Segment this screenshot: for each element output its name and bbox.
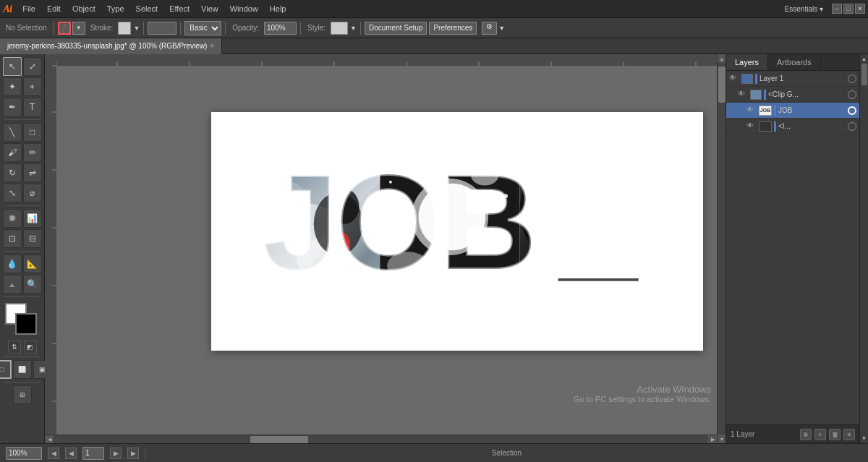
panel-new-layer-button[interactable]: + [814,429,826,440]
scrollbar-right-arrow[interactable]: ▶ [708,435,717,444]
menu-view[interactable]: View [196,3,224,14]
screen-mode-button[interactable]: ⊞ [13,385,32,404]
direct-selection-tool[interactable]: ⤢ [23,57,42,76]
draw-behind-button[interactable]: ⬜ [13,360,32,379]
layer-target-circle-4[interactable] [848,122,856,131]
layer-target-circle-2[interactable] [848,90,856,99]
toolbar-separator-4 [225,22,226,35]
layer-row-3[interactable]: 👁 JOB JOB [726,103,859,119]
panel-scroll-up[interactable]: ▲ [861,56,867,62]
rotate-tool[interactable]: ↻ [3,163,22,182]
layer-target-circle-3[interactable] [848,106,856,115]
panel-scroll-thumb[interactable] [861,64,867,85]
next-artboard-button[interactable]: ▶ [110,448,122,459]
menu-edit[interactable]: Edit [42,3,66,14]
maximize-button[interactable]: □ [843,4,854,14]
opacity-input[interactable] [264,22,297,35]
menu-window[interactable]: Window [225,3,263,14]
eyedropper-tool[interactable]: 💧 [3,254,22,273]
swap-colors-button[interactable]: ⇅ [8,341,21,354]
menu-effect[interactable]: Effect [164,3,195,14]
selection-tool[interactable]: ↖ [3,57,22,76]
svg-text:JOB: JOB [263,146,535,296]
paintbrush-tool[interactable]: 🖌 [3,143,22,162]
eye-icon-2[interactable]: 👁 [738,90,748,100]
menu-file[interactable]: File [17,3,41,14]
layer-expand-icon-1[interactable] [741,74,753,84]
pen-tool[interactable]: ✒ [3,98,22,116]
preferences-button[interactable]: Preferences [429,22,477,35]
draw-normal-button[interactable]: □ [0,360,12,379]
mirror-tool[interactable]: ⇌ [23,163,42,182]
zoom-input[interactable] [6,447,42,460]
menu-select[interactable]: Select [131,3,163,14]
scrollbar-up-arrow[interactable]: ▲ [718,54,726,63]
stroke-color-box[interactable] [118,22,131,35]
magic-wand-tool[interactable]: ✦ [3,77,22,96]
layer-row-1[interactable]: 👁 Layer 1 [726,71,859,87]
lasso-tool[interactable]: ⌖ [23,77,42,96]
menu-type[interactable]: Type [102,3,129,14]
document-tab[interactable]: jeremy-perkins-380335-unsplash.jpg* @ 10… [0,38,222,54]
style-color-box[interactable] [331,22,348,35]
zoom-tool[interactable]: 🔍 [23,275,42,294]
minimize-button[interactable]: ─ [832,4,842,14]
column-graph-tool[interactable]: 📊 [23,209,42,228]
app-logo: Ai [3,3,12,15]
canvas-horizontal-scrollbar[interactable]: ◀ ▶ [45,435,717,443]
icon-arrow[interactable]: ▼ [498,25,505,32]
canvas-vertical-scrollbar[interactable]: ▲ ▼ [717,54,726,443]
scale-tool[interactable]: ⤡ [3,184,22,202]
symbol-sprayer-tool[interactable]: ❋ [3,209,22,228]
h-scrollbar-thumb[interactable] [250,436,308,443]
scrollbar-left-arrow[interactable]: ◀ [45,435,54,444]
essentials-button[interactable]: Essentials ▾ [780,4,827,14]
layer-target-circle-1[interactable] [848,74,856,83]
line-tool[interactable]: ╲ [3,123,22,142]
blend-tool[interactable]: ⟁ [3,275,22,294]
artboard-nav-input[interactable] [82,447,104,460]
layer-row-4[interactable]: 👁 <I... [726,119,859,134]
scrollbar-down-arrow[interactable]: ▼ [718,435,726,443]
rect-tool[interactable]: □ [23,123,42,142]
prev-artboard-button[interactable]: ◀ [65,448,77,459]
zoom-out-button[interactable]: ◀ [48,448,59,459]
panel-menu-button[interactable]: ≡ [843,429,855,440]
layers-list: 👁 Layer 1 👁 <Clip G... 👁 JOB JOB [726,71,859,248]
eye-icon-3[interactable]: 👁 [746,106,757,116]
stroke-dropdown-arrow[interactable]: ▼ [133,25,140,32]
close-button[interactable]: ✕ [855,4,865,14]
tab-artboards[interactable]: Artboards [768,54,821,70]
toolbar-separator-5 [300,22,301,35]
stroke-weight-input[interactable] [148,22,176,35]
panel-make-mask-button[interactable]: ⊕ [800,429,812,440]
default-colors-button[interactable]: ◩ [24,341,37,354]
layer-row-2[interactable]: 👁 <Clip G... [726,87,859,103]
stroke-icon-2[interactable]: ▼ [72,22,85,35]
scrollbar-thumb[interactable] [718,67,726,103]
warp-tool[interactable]: ⌀ [23,184,42,202]
artboard-tool[interactable]: ⊡ [3,229,22,248]
document-setup-button[interactable]: Document Setup [365,22,427,35]
tab-close-button[interactable]: × [210,42,214,50]
background-color[interactable] [15,313,37,335]
canvas-area[interactable]: JOB [45,54,726,443]
type-tool[interactable]: T [23,98,42,116]
icon-btn-1[interactable]: ⚙ [482,22,497,35]
panel-delete-layer-button[interactable]: 🗑 [829,429,841,440]
svg-point-40 [610,248,639,269]
last-artboard-button[interactable]: ▶ [127,448,139,459]
layer-expand-icon-2[interactable] [750,90,762,100]
menu-object[interactable]: Object [67,3,101,14]
tab-layers[interactable]: Layers [726,54,768,70]
style-dropdown-arrow[interactable]: ▼ [350,25,357,32]
brush-preset-select[interactable]: Basic [184,21,221,35]
panel-scroll-down[interactable]: ▼ [861,435,867,442]
measure-tool[interactable]: 📐 [23,254,42,273]
eye-icon-4[interactable]: 👁 [746,121,757,132]
stroke-icon-1[interactable]: ╱ [58,22,71,35]
eye-icon-1[interactable]: 👁 [729,74,739,84]
menu-help[interactable]: Help [265,3,292,14]
pencil-tool[interactable]: ✏ [23,143,42,162]
slice-tool[interactable]: ⊟ [23,229,42,248]
